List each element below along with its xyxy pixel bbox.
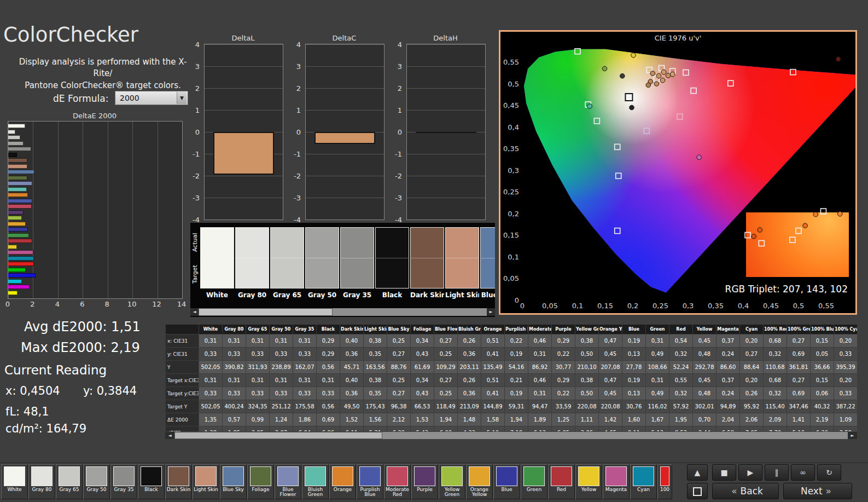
- table-cell: 292,78: [693, 361, 716, 374]
- table-cell: 175,43: [364, 400, 387, 413]
- patch-button-label: Magenta: [603, 487, 629, 499]
- patch-button-blue-flower[interactable]: Blue Flower: [275, 464, 301, 499]
- axis-tick-label: -1: [388, 150, 402, 158]
- row-header: Y: [166, 361, 199, 374]
- play-button[interactable]: ▶: [738, 464, 762, 481]
- table-cell: 0,31: [223, 334, 246, 348]
- patch-color-swatch: [605, 466, 627, 486]
- table-cell: 1,09: [834, 413, 858, 426]
- table-cell: 361,81: [787, 361, 811, 374]
- column-header: Cyan: [740, 325, 764, 334]
- patch-strip-scrollbar[interactable]: ◄ ►: [190, 308, 495, 316]
- table-cell: 0,40: [340, 374, 364, 387]
- patch-button-yellow[interactable]: Yellow: [575, 464, 602, 499]
- deltae-bar: [8, 239, 32, 243]
- axis-tick-label: 0,35: [503, 145, 519, 153]
- table-cell: 0,31: [246, 374, 270, 387]
- table-cell: 502,05: [199, 361, 223, 374]
- axis-tick-label: -3: [388, 194, 402, 202]
- pattern-window-button[interactable]: [687, 483, 708, 499]
- patch-button-gray-50[interactable]: Gray 50: [83, 464, 110, 499]
- table-cell: 0,31: [646, 334, 669, 348]
- patch-button-red[interactable]: Red: [548, 464, 575, 499]
- table-cell: 2,06: [740, 413, 764, 426]
- back-button[interactable]: «Back: [712, 483, 779, 499]
- patch-button-gray-80[interactable]: Gray 80: [28, 464, 55, 499]
- patch-button-green[interactable]: Green: [521, 464, 547, 499]
- arrow-left-icon: ◄: [193, 309, 196, 314]
- column-header: Blue Sky: [387, 325, 411, 334]
- table-cell: 1,52: [340, 413, 364, 426]
- deltae-bar: [8, 130, 15, 134]
- table-cell: 0,70: [693, 413, 716, 426]
- stop-button[interactable]: ■: [712, 464, 736, 481]
- row-header: x: CIE31: [166, 334, 199, 348]
- patch-button-purple[interactable]: Purple: [411, 464, 438, 499]
- patch-button-blue[interactable]: Blue: [493, 464, 520, 499]
- column-header: 100% Green: [787, 325, 811, 334]
- table-cell: 0,38: [575, 374, 599, 387]
- next-button[interactable]: Next»: [783, 483, 852, 499]
- patch-swatches: WhiteGray 80Gray 65Gray 50Gray 35BlackDa…: [200, 227, 495, 305]
- patch-button-foliage[interactable]: Foliage: [247, 464, 274, 499]
- scrollbar-thumb[interactable]: [199, 308, 333, 316]
- cie-marker: [656, 73, 661, 78]
- patch-button-yellow-green[interactable]: Yellow Green: [439, 464, 465, 499]
- scrollbar-thumb[interactable]: [174, 432, 382, 439]
- table-cell: 30,77: [552, 361, 575, 374]
- patch-button-moderate-red[interactable]: Moderate Red: [384, 464, 411, 499]
- scroll-left-button[interactable]: ◄: [190, 308, 199, 316]
- patch-button-magenta[interactable]: Magenta: [603, 464, 630, 499]
- patch-button-orange-yellow[interactable]: Orange Yellow: [466, 464, 493, 499]
- table-cell: 0,41: [481, 348, 505, 361]
- table-scrollbar[interactable]: ◄ ►: [165, 432, 857, 439]
- patch-button-white[interactable]: White: [1, 464, 28, 499]
- patch-actual-swatch: [270, 227, 304, 258]
- scroll-left-button[interactable]: ◄: [165, 432, 174, 439]
- patch-button-orange[interactable]: Orange: [329, 464, 356, 499]
- patch-label: Gray 65: [270, 291, 304, 299]
- eject-button[interactable]: ▲: [687, 464, 708, 481]
- table-cell: 0,20: [834, 334, 858, 348]
- refresh-button[interactable]: ↻: [817, 464, 841, 481]
- table-cell: 6,58: [716, 426, 740, 432]
- de-formula-dropdown[interactable]: 2000 ▼: [115, 91, 188, 105]
- table-cell: 0,69: [317, 413, 340, 426]
- patch-button-bluish-green[interactable]: Bluish Green: [302, 464, 329, 499]
- patch-target-swatch: [270, 258, 304, 288]
- patch-button-100-red[interactable]: 100: [657, 464, 672, 499]
- pause-button[interactable]: ∥: [765, 464, 789, 481]
- table-cell: 0,38: [364, 334, 387, 348]
- patch-button-blue-sky[interactable]: Blue Sky: [220, 464, 247, 499]
- patch-button-gray-65[interactable]: Gray 65: [56, 464, 83, 499]
- table-cell: 0,31: [199, 334, 223, 348]
- deltac-chart-title: DeltaC: [305, 34, 383, 42]
- patch-actual-swatch: [375, 227, 409, 258]
- deltae-bar: [8, 158, 27, 163]
- table-cell: 6,86: [317, 426, 340, 432]
- table-row: y: CIE310,330,330,330,330,330,290,360,35…: [166, 348, 858, 361]
- table-cell: 0,27: [787, 334, 811, 348]
- table-cell: 0,05: [811, 348, 834, 361]
- results-table-container: WhiteGray 80Gray 65Gray 50Gray 35BlackDa…: [165, 324, 857, 431]
- deltae-bar: [8, 273, 36, 278]
- patch-button-gray-35[interactable]: Gray 35: [110, 464, 137, 499]
- patch-color-swatch: [660, 466, 669, 486]
- window-icon: [693, 487, 702, 496]
- scroll-right-button[interactable]: ►: [487, 308, 495, 316]
- axis-tick-label: 0,1: [508, 253, 519, 261]
- patch-button-light-skin[interactable]: Light Skin: [193, 464, 219, 499]
- patch-button-dark-skin[interactable]: Dark Skin: [165, 464, 192, 499]
- table-cell: 0,68: [764, 334, 787, 348]
- loop-button[interactable]: ∞: [791, 464, 815, 481]
- patch-button-black[interactable]: Black: [138, 464, 165, 499]
- axis-tick-label: 0,5: [508, 80, 519, 88]
- column-header: Dark Skin: [340, 325, 364, 334]
- deltae-x-axis: 02468101214: [8, 300, 182, 310]
- arrow-right-icon: ►: [850, 433, 854, 438]
- scroll-right-button[interactable]: ►: [848, 432, 857, 439]
- table-cell: 49,50: [340, 400, 364, 413]
- patch-button-cyan[interactable]: Cyan: [630, 464, 657, 499]
- patch-color-swatch: [59, 466, 80, 486]
- patch-button-purplish-blue[interactable]: Purplish Blue: [357, 464, 383, 499]
